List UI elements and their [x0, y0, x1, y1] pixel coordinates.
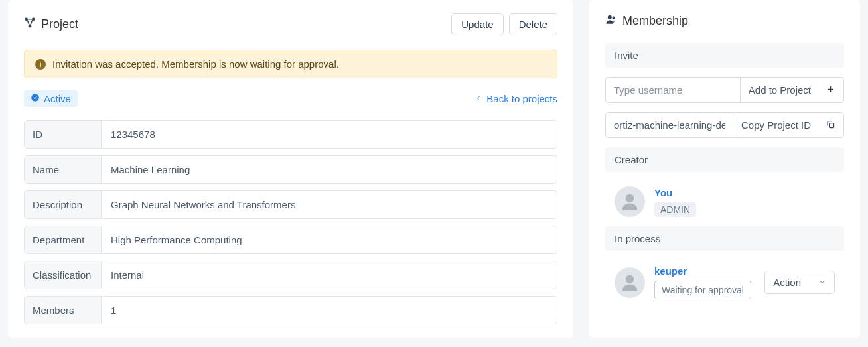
project-id-group: Copy Project ID [605, 112, 844, 138]
creator-info: You ADMIN [654, 187, 696, 217]
label-name: Name [25, 156, 102, 183]
status-row: Active Back to projects [24, 90, 557, 107]
creator-row: You ADMIN [605, 181, 844, 222]
chevron-left-icon [474, 93, 482, 104]
membership-panel: Membership Invite Add to Project Copy Pr… [589, 0, 860, 338]
project-icon [24, 17, 36, 32]
row-description: Description Graph Neural Networks and Tr… [24, 190, 557, 219]
inprocess-section-head: In process [605, 226, 844, 251]
alert-text: Invitation was accepted. Membership is n… [52, 58, 339, 70]
project-title: Project [24, 17, 78, 32]
status-text: Active [44, 93, 71, 104]
svg-point-5 [613, 17, 616, 20]
users-icon [605, 13, 617, 29]
username-input[interactable] [605, 77, 740, 103]
svg-point-4 [608, 15, 612, 19]
copy-icon [826, 119, 835, 131]
chevron-down-icon [818, 277, 826, 288]
creator-name-link[interactable]: You [654, 187, 672, 198]
row-id: ID 12345678 [24, 120, 557, 149]
label-classification: Classification [25, 261, 102, 289]
project-header: Project Update Delete [24, 13, 557, 35]
label-department: Department [25, 226, 102, 253]
row-members: Members 1 [24, 296, 557, 324]
label-id: ID [25, 121, 102, 148]
pending-left: keuper Waiting for approval [615, 265, 751, 299]
membership-title: Membership [605, 13, 688, 29]
label-members: Members [25, 297, 102, 324]
status-badge: Active [24, 90, 78, 107]
membership-header: Membership [605, 13, 844, 29]
creator-role-badge: ADMIN [654, 202, 696, 217]
value-members: 1 [102, 297, 557, 324]
pending-status-badge: Waiting for approval [654, 281, 751, 299]
copy-button-text: Copy Project ID [741, 119, 811, 131]
avatar [615, 186, 645, 217]
project-title-text: Project [41, 17, 78, 31]
add-to-project-button[interactable]: Add to Project [740, 77, 844, 103]
label-description: Description [25, 191, 102, 218]
value-description: Graph Neural Networks and Transformers [102, 191, 557, 218]
row-classification: Classification Internal [24, 261, 557, 289]
creator-section-head: Creator [605, 147, 844, 172]
project-info-table: ID 12345678 Name Machine Learning Descri… [24, 120, 557, 324]
avatar [615, 267, 645, 298]
copy-project-id-button[interactable]: Copy Project ID [733, 112, 844, 138]
svg-point-10 [626, 275, 634, 283]
invite-section-head: Invite [605, 43, 844, 68]
delete-button[interactable]: Delete [509, 13, 557, 35]
invitation-alert: i Invitation was accepted. Membership is… [24, 50, 557, 78]
pending-info: keuper Waiting for approval [654, 265, 751, 299]
pending-member-row: keuper Waiting for approval Action [605, 260, 844, 305]
pending-action-select[interactable]: Action [764, 271, 835, 294]
update-button[interactable]: Update [451, 13, 503, 35]
plus-icon [826, 84, 835, 96]
back-link-text: Back to projects [486, 93, 557, 104]
invite-input-group: Add to Project [605, 77, 844, 103]
membership-title-text: Membership [622, 14, 688, 28]
info-icon: i [35, 59, 46, 70]
value-id: 12345678 [102, 121, 557, 148]
project-actions: Update Delete [451, 13, 557, 35]
svg-point-9 [626, 194, 634, 203]
value-classification: Internal [102, 261, 557, 289]
action-select-label: Action [773, 277, 801, 288]
pending-name-link[interactable]: keuper [654, 265, 687, 277]
value-department: High Performance Computing [102, 226, 557, 253]
add-button-text: Add to Project [749, 84, 811, 96]
project-panel: Project Update Delete i Invitation was a… [8, 0, 573, 338]
creator-left: You ADMIN [615, 186, 696, 217]
row-department: Department High Performance Computing [24, 226, 557, 254]
svg-point-3 [31, 94, 39, 102]
row-name: Name Machine Learning [24, 155, 557, 184]
value-name: Machine Learning [102, 156, 557, 183]
project-id-input[interactable] [605, 112, 733, 138]
svg-rect-8 [830, 123, 834, 127]
back-to-projects-link[interactable]: Back to projects [474, 93, 557, 104]
check-circle-icon [31, 93, 40, 104]
